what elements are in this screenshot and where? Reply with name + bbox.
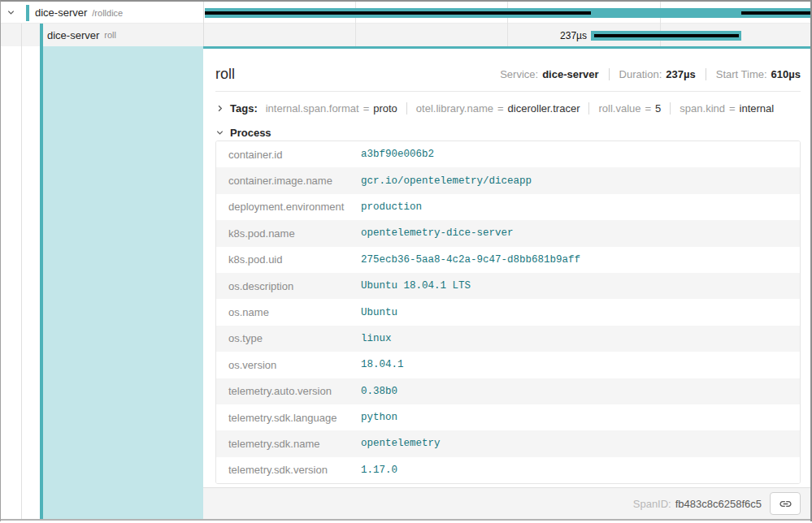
table-row: telemetry.sdk.language python [216,404,800,430]
meta-label: Service: [500,68,538,80]
table-key: os.type [216,332,361,344]
spanid-value: fb483c8c6258f6c5 [675,498,762,510]
span-meta: Service: dice-server Duration: 237µs Sta… [500,68,801,80]
span-bar-roll-overlay [594,34,739,37]
selected-span-highlight-column[interactable] [43,46,203,519]
span-duration-label: 237µs [488,30,587,41]
process-key-value-table: container.id a3bf90e006b2 container.imag… [215,140,801,484]
table-value: 275ecb36-5aa8-4c2a-9c47-d8bb681b9aff [361,254,580,266]
tag-value: diceroller.tracer [508,102,580,115]
tag-item: span.kind = internal [670,102,774,115]
table-value: 0.38b0 [361,386,397,397]
spanid-label: SpanID: [633,498,671,510]
service-name: dice-server [47,29,99,41]
tags-accordian-toggle[interactable]: Tags: internal.span.format = proto otel.… [215,98,801,118]
deep-link-button[interactable] [770,492,801,515]
span-detail-header: roll Service: dice-server Duration: 237µ… [215,49,801,92]
table-row: os.name Ubuntu [216,299,800,325]
span-bar-rolldice-overlay [205,11,591,15]
meta-value: dice-server [542,68,598,80]
span-meta-item: Service: dice-server [500,68,598,80]
table-key: k8s.pod.uid [216,253,361,266]
table-key: telemetry.sdk.name [216,438,361,450]
table-value: Ubuntu [361,307,397,318]
span-bar-rolldice-overlay [741,11,810,15]
tag-key: internal.span.format [266,102,359,115]
tag-equals: = [729,102,736,115]
table-value: python [361,412,397,423]
table-row: os.type linux [216,326,800,352]
process-heading: Process [230,127,271,139]
table-value: production [361,201,422,213]
span-meta-item: Duration: 237µs [609,68,696,80]
tree-row-roll-label[interactable]: dice-server roll [47,24,116,46]
chevron-down-icon[interactable] [7,8,15,17]
operation-name: /rolldice [92,8,123,18]
process-accordian-toggle[interactable]: Process [215,124,801,140]
tag-equals: = [363,102,370,115]
table-row: k8s.pod.uid 275ecb36-5aa8-4c2a-9c47-d8bb… [216,247,800,273]
table-value: opentelemetry-dice-server [361,227,514,239]
tag-value: internal [740,102,775,115]
tags-summary-list: internal.span.format = proto otel.librar… [266,102,775,115]
table-key: deployment.environment [216,201,361,213]
meta-value: 237µs [666,68,695,80]
chevron-down-icon [215,128,224,137]
service-name: dice-server [35,6,87,19]
table-row: container.image.name gcr.io/opentelemetr… [216,167,800,193]
table-key: telemetry.auto.version [216,385,361,397]
meta-label: Start Time: [716,68,767,80]
tag-equals: = [645,102,652,115]
span-detail-footer: SpanID: fb483c8c6258f6c5 [203,487,811,519]
tags-heading: Tags: [230,102,258,115]
table-key: os.description [216,280,361,292]
link-icon [779,497,792,511]
table-key: telemetry.sdk.version [216,464,361,476]
tag-key: span.kind [680,102,725,115]
table-row: os.description Ubuntu 18.04.1 LTS [216,273,800,299]
span-meta-item: Start Time: 610µs [706,68,801,80]
table-key: os.version [216,359,361,371]
span-title: roll [215,65,235,83]
table-row: k8s.pod.name opentelemetry-dice-server [216,220,800,246]
table-value: 18.04.1 [361,359,404,370]
selected-span-color-bar [40,24,43,519]
table-key: container.id [216,149,361,161]
tag-item: roll.value = 5 [588,102,661,115]
table-row: telemetry.auto.version 0.38b0 [216,378,800,404]
table-row: container.id a3bf90e006b2 [216,141,800,167]
table-value: Ubuntu 18.04.1 LTS [361,280,471,292]
meta-label: Duration: [619,68,662,80]
table-key: k8s.pod.name [216,227,361,240]
table-key: telemetry.sdk.language [216,412,361,424]
chevron-right-icon [215,104,224,113]
tree-indent-guide [21,24,22,519]
table-value: a3bf90e006b2 [361,149,434,160]
meta-value: 610µs [771,68,801,80]
table-row: deployment.environment production [216,194,800,220]
table-row: os.version 18.04.1 [216,352,800,378]
operation-name: roll [104,30,116,40]
span-detail-card: roll Service: dice-server Duration: 237µ… [203,46,811,519]
window-bottom-edge [0,519,812,521]
service-color-chip [26,5,29,21]
table-value: 1.17.0 [361,465,397,476]
tag-value: 5 [655,102,661,115]
table-value: gcr.io/opentelemetry/diceapp [361,175,532,187]
table-row: telemetry.sdk.name opentelemetry [216,430,800,456]
table-value: linux [361,333,392,344]
tree-row-rolldice-label[interactable]: dice-server /rolldice [7,2,123,24]
tag-key: roll.value [598,102,640,115]
table-value: opentelemetry [361,438,441,449]
tag-key: otel.library.name [416,102,493,115]
tag-value: proto [373,102,397,115]
tag-item: internal.span.format = proto [266,102,397,115]
name-column-divider[interactable] [203,2,204,46]
tag-item: otel.library.name = diceroller.tracer [406,102,580,115]
table-row: telemetry.sdk.version 1.17.0 [216,457,800,483]
table-key: container.image.name [216,175,361,187]
table-key: os.name [216,306,361,318]
tag-equals: = [497,102,504,115]
